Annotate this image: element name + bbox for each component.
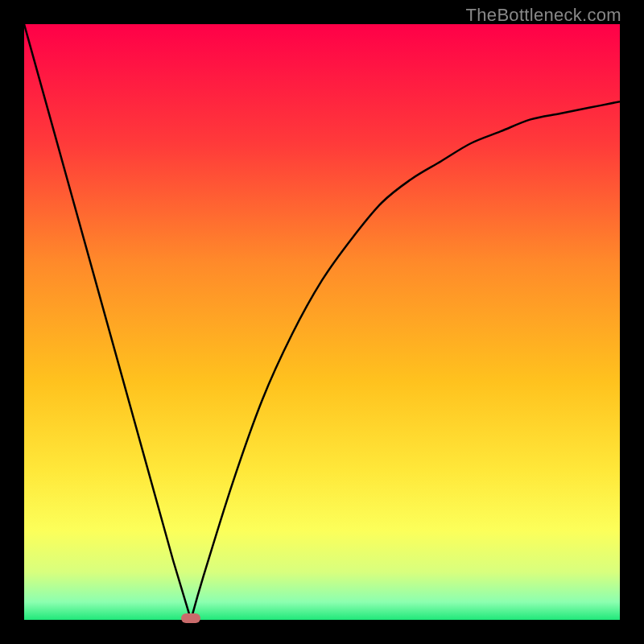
minimum-marker	[181, 613, 200, 623]
watermark-text: TheBottleneck.com	[466, 5, 621, 26]
bottleneck-curve	[24, 24, 620, 620]
chart-plot-area	[24, 24, 620, 620]
